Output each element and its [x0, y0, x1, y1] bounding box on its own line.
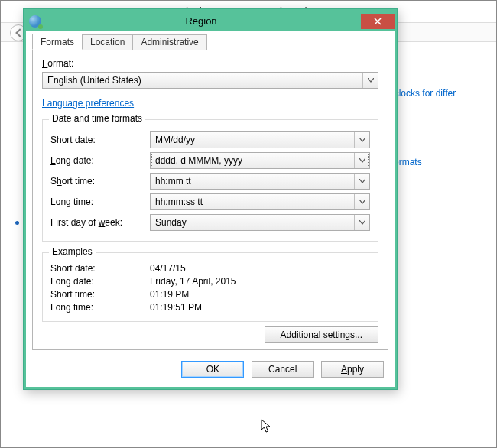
- language-preferences-link[interactable]: Language preferences: [42, 98, 134, 109]
- region-dialog: Region Formats Location Administrative F…: [23, 8, 398, 390]
- format-label: Format:: [42, 58, 378, 69]
- close-icon: [374, 18, 382, 25]
- first-day-select[interactable]: Sunday: [150, 214, 370, 231]
- additional-settings-button[interactable]: Additional settings...: [265, 326, 378, 343]
- ex-short-time-label: Short time:: [50, 289, 150, 300]
- close-button[interactable]: [361, 14, 395, 29]
- apply-button[interactable]: Apply: [321, 361, 384, 378]
- tab-formats[interactable]: Formats: [32, 34, 83, 50]
- region-icon: [29, 15, 41, 28]
- ex-short-date-label: Short date:: [50, 263, 150, 274]
- short-date-value: MM/dd/yy: [155, 135, 195, 145]
- ex-long-date-label: Long date:: [50, 276, 150, 287]
- short-time-label: Short time:: [50, 176, 150, 187]
- group-examples-legend: Examples: [49, 246, 96, 257]
- long-date-label: Long date:: [50, 155, 150, 166]
- ex-short-time-value: 01:19 PM: [150, 289, 370, 300]
- chevron-down-icon: [362, 73, 378, 88]
- long-date-select[interactable]: dddd, d MMMM, yyyy: [150, 152, 370, 169]
- dialog-title: Region: [41, 15, 361, 27]
- chevron-down-icon: [354, 174, 369, 189]
- cursor-icon: [261, 419, 273, 434]
- ok-button[interactable]: OK: [181, 361, 244, 378]
- ex-short-date-value: 04/17/15: [150, 263, 370, 274]
- ex-long-time-label: Long time:: [50, 302, 150, 313]
- bullet-icon: [15, 221, 19, 225]
- short-time-value: hh:mm tt: [155, 176, 191, 187]
- format-select[interactable]: English (United States): [42, 72, 378, 89]
- cancel-button[interactable]: Cancel: [252, 361, 314, 378]
- chevron-down-icon: [354, 132, 369, 148]
- first-day-label: First day of week:: [50, 217, 150, 228]
- chevron-down-icon: [354, 153, 369, 168]
- tab-location[interactable]: Location: [82, 34, 133, 50]
- first-day-value: Sunday: [155, 217, 187, 228]
- long-date-value: dddd, d MMMM, yyyy: [155, 155, 242, 166]
- chevron-down-icon: [354, 194, 369, 209]
- long-time-value: hh:mm:ss tt: [155, 196, 203, 207]
- tab-row: Formats Location Administrative: [32, 34, 388, 50]
- group-examples: Examples Short date: 04/17/15 Long date:…: [42, 252, 378, 322]
- tab-panel-formats: Format: English (United States) Language…: [32, 50, 388, 350]
- dialog-button-row: OK Cancel Apply: [26, 355, 395, 387]
- group-date-time-formats: Date and time formats Short date: MM/dd/…: [42, 119, 378, 242]
- ex-long-date-value: Friday, 17 April, 2015: [150, 276, 370, 287]
- long-time-select[interactable]: hh:mm:ss tt: [150, 193, 370, 210]
- short-date-select[interactable]: MM/dd/yy: [150, 131, 370, 148]
- ex-long-time-value: 01:19:51 PM: [150, 302, 370, 313]
- titlebar[interactable]: Region: [24, 9, 397, 31]
- tab-administrative[interactable]: Administrative: [132, 34, 206, 50]
- chevron-down-icon: [354, 215, 369, 230]
- group-date-time-formats-legend: Date and time formats: [49, 113, 145, 124]
- long-time-label: Long time:: [50, 196, 150, 207]
- format-select-value: English (United States): [47, 75, 141, 86]
- short-time-select[interactable]: hh:mm tt: [150, 173, 370, 190]
- short-date-label: Short date:: [50, 135, 150, 145]
